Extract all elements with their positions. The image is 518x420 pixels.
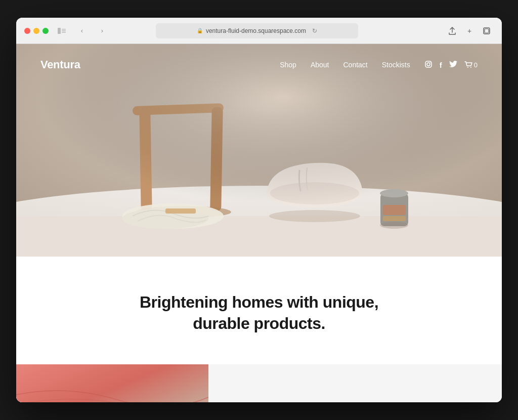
svg-rect-31 <box>16 364 208 402</box>
tagline: Brightening homes with unique, durable p… <box>36 292 482 334</box>
minimize-button[interactable] <box>33 28 39 34</box>
hero-section: Ventura Shop About Contact Stockists <box>16 44 502 257</box>
browser-chrome: ‹ › 🔒 ventura-fluid-demo.squarespace.com… <box>16 18 502 44</box>
url-text: ventura-fluid-demo.squarespace.com <box>206 27 306 34</box>
sidebar-toggle[interactable] <box>55 24 69 38</box>
svg-rect-26 <box>425 61 431 67</box>
svg-rect-3 <box>62 32 66 33</box>
svg-point-29 <box>467 67 468 68</box>
svg-point-28 <box>429 62 430 63</box>
social-icons: f <box>424 60 478 70</box>
twitter-icon[interactable] <box>449 61 457 69</box>
browser-actions: + <box>445 24 494 38</box>
new-tab-button[interactable]: + <box>462 24 477 38</box>
tagline-line2: durable products. <box>193 314 325 332</box>
facebook-icon[interactable]: f <box>440 61 442 69</box>
site-menu: Shop About Contact Stockists <box>280 60 478 70</box>
browser-window: ‹ › 🔒 ventura-fluid-demo.squarespace.com… <box>16 18 502 402</box>
svg-rect-0 <box>58 28 61 34</box>
share-button[interactable] <box>445 24 459 38</box>
refresh-button[interactable]: ↻ <box>312 27 317 34</box>
nav-stockists[interactable]: Stockists <box>382 61 410 69</box>
nav-about[interactable]: About <box>311 61 329 69</box>
tabs-button[interactable] <box>480 24 494 38</box>
product-image <box>16 364 208 402</box>
website-content: Ventura Shop About Contact Stockists <box>16 44 502 402</box>
product-preview[interactable] <box>16 364 208 402</box>
svg-rect-5 <box>485 29 489 33</box>
address-bar[interactable]: 🔒 ventura-fluid-demo.squarespace.com ↻ <box>156 23 358 38</box>
lock-icon: 🔒 <box>197 28 203 33</box>
svg-rect-1 <box>62 29 66 30</box>
svg-point-27 <box>427 63 430 66</box>
nav-shop[interactable]: Shop <box>280 61 296 69</box>
cart-icon[interactable]: 0 <box>464 61 478 69</box>
tagline-line1: Brightening homes with unique, <box>140 293 378 311</box>
cart-count: 0 <box>474 61 478 69</box>
close-button[interactable] <box>24 28 30 34</box>
site-logo[interactable]: Ventura <box>40 58 80 71</box>
site-navigation: Ventura Shop About Contact Stockists <box>16 44 502 86</box>
instagram-icon[interactable] <box>424 60 433 70</box>
svg-point-30 <box>470 67 471 68</box>
svg-rect-2 <box>62 30 66 31</box>
bottom-section: Featured Create A Site Like This Free tr… <box>16 364 502 402</box>
back-button[interactable]: ‹ <box>75 24 89 38</box>
maximize-button[interactable] <box>42 28 49 34</box>
traffic-lights <box>24 28 49 34</box>
forward-button[interactable]: › <box>95 24 109 38</box>
nav-contact[interactable]: Contact <box>343 61 368 69</box>
tagline-section: Brightening homes with unique, durable p… <box>16 257 502 364</box>
